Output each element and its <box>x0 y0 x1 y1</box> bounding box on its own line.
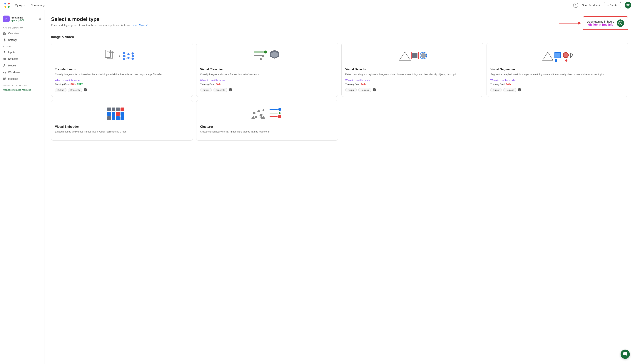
model-card-visual-classifier[interactable]: Visual Classifier Classify images and vi… <box>196 43 338 97</box>
visual-detector-title: Visual Detector <box>345 68 479 71</box>
svg-rect-55 <box>412 53 417 58</box>
modules-icon <box>3 77 6 80</box>
sidebar-item-workflows[interactable]: Workflows <box>0 69 44 76</box>
svg-point-3 <box>8 6 10 8</box>
tag-output: Output <box>55 88 67 92</box>
visual-embedder-desc: Embed images and videos frames into a ve… <box>55 130 189 134</box>
clusterer-title: Clusterer <box>200 125 334 128</box>
svg-rect-17 <box>4 78 5 79</box>
transfer-learn-when-to-use[interactable]: When to use this model <box>55 79 189 82</box>
tag-output: Output <box>200 88 212 92</box>
svg-point-50 <box>260 58 262 60</box>
overview-icon <box>3 32 6 35</box>
app-layout: F finetuning qxsmbiy3a3kv ⇄ App Informat… <box>0 10 635 364</box>
svg-rect-92 <box>278 115 281 118</box>
visual-segmenter-when-to-use[interactable]: When to use this model <box>490 79 624 82</box>
visual-detector-cost: Training Cost: $4/hr <box>345 83 479 86</box>
sidebar-collapse-icon[interactable]: ⇄ <box>39 17 41 21</box>
inputs-label: Inputs <box>8 51 15 54</box>
svg-point-63 <box>563 53 568 57</box>
training-badge-time: 0h 40min free left <box>587 23 614 26</box>
svg-line-37 <box>125 53 127 54</box>
model-card-transfer-learn[interactable]: Transfer Learn Classify images or texts … <box>51 43 193 97</box>
visual-classifier-cost: Training Cost: $4/hr <box>200 83 334 86</box>
sidebar-item-datasets[interactable]: Datasets <box>0 56 44 62</box>
my-apps-link[interactable]: My Apps <box>15 4 26 7</box>
svg-marker-59 <box>543 52 553 60</box>
svg-rect-75 <box>107 116 111 120</box>
community-link[interactable]: Community <box>31 4 45 7</box>
svg-point-1 <box>8 2 10 4</box>
visual-classifier-when-to-use[interactable]: When to use this model <box>200 79 334 82</box>
model-card-visual-detector[interactable]: Visual Detector Detect bounding box regi… <box>341 43 483 97</box>
svg-point-46 <box>264 50 267 54</box>
svg-rect-84 <box>255 116 257 118</box>
training-badge-wrapper: Deep training in hours 0h 40min free lef… <box>583 16 628 30</box>
sidebar-item-overview[interactable]: Overview <box>0 30 44 37</box>
svg-marker-53 <box>399 52 410 60</box>
modules-label: Modules <box>8 77 18 80</box>
sidebar-item-inputs[interactable]: Inputs <box>0 49 44 56</box>
sidebar-app-name: finetuning <box>12 16 37 19</box>
image-video-section-title: Image & Video <box>51 35 628 39</box>
logo[interactable] <box>4 2 10 8</box>
help-icon[interactable]: ? <box>573 2 578 8</box>
model-card-clusterer[interactable]: Clusterer Cluster semantically similar i… <box>196 100 338 141</box>
transfer-learn-tags: Output Concepts ? <box>55 88 189 92</box>
svg-point-32 <box>127 53 130 55</box>
tag-regions: Regions <box>503 88 516 92</box>
visual-classifier-title: Visual Classifier <box>200 68 334 71</box>
manage-installed-link[interactable]: Manage Installed Modules <box>3 88 31 91</box>
sidebar-item-models[interactable]: Models <box>0 62 44 69</box>
visual-detector-desc: Detect bounding box regions in images or… <box>345 72 479 76</box>
svg-rect-19 <box>4 79 5 80</box>
svg-rect-76 <box>112 116 115 120</box>
user-avatar[interactable]: SP <box>625 2 631 8</box>
model-card-visual-embedder[interactable]: Visual Embedder Embed images and videos … <box>51 100 193 141</box>
model-grid-row2: Visual Embedder Embed images and videos … <box>51 100 628 141</box>
svg-rect-4 <box>3 32 5 33</box>
svg-rect-73 <box>116 112 120 116</box>
svg-rect-18 <box>5 78 6 79</box>
workflows-icon <box>3 70 6 74</box>
svg-rect-78 <box>121 116 124 120</box>
transfer-learn-title: Transfer Learn <box>55 68 189 71</box>
tag-help-icon[interactable]: ? <box>229 88 232 92</box>
visual-detector-when-to-use[interactable]: When to use this model <box>345 79 479 82</box>
svg-point-82 <box>263 109 264 111</box>
visual-embedder-title: Visual Embedder <box>55 125 189 128</box>
sidebar-item-modules[interactable]: Modules <box>0 76 44 82</box>
svg-point-15 <box>5 71 6 72</box>
tag-help-icon[interactable]: ? <box>373 88 376 92</box>
svg-marker-90 <box>279 112 281 114</box>
model-card-visual-segmenter[interactable]: Visual Segmenter Segment a per-pixel mas… <box>486 43 628 97</box>
sidebar-user: F finetuning qxsmbiy3a3kv ⇄ <box>0 13 44 24</box>
tag-output: Output <box>490 88 502 92</box>
svg-rect-72 <box>112 112 115 116</box>
sidebar-user-info: finetuning qxsmbiy3a3kv <box>12 16 37 22</box>
svg-rect-68 <box>112 108 115 111</box>
training-badge-text: Deep training in hours 0h 40min free lef… <box>587 20 614 26</box>
training-badge[interactable]: Deep training in hours 0h 40min free lef… <box>583 16 628 30</box>
learn-more-link[interactable]: Learn More ↗ <box>132 24 148 27</box>
sidebar: F finetuning qxsmbiy3a3kv ⇄ App Informat… <box>0 10 45 364</box>
ai-lake-section-label: AI Lake <box>0 43 44 49</box>
svg-line-41 <box>130 54 132 54</box>
top-navigation: My Apps Community ? Send Feedback + Crea… <box>0 0 635 10</box>
visual-segmenter-desc: Segment a per-pixel mask in images where… <box>490 72 624 76</box>
svg-line-39 <box>125 58 127 59</box>
tag-help-icon[interactable]: ? <box>84 88 87 92</box>
tag-help-icon[interactable]: ? <box>518 88 521 92</box>
chat-button[interactable] <box>620 350 630 359</box>
transfer-learn-illustration <box>55 47 189 64</box>
sidebar-item-settings[interactable]: Settings <box>0 37 44 43</box>
svg-line-43 <box>130 56 132 58</box>
svg-point-8 <box>4 40 5 40</box>
svg-rect-9 <box>4 58 6 58</box>
sidebar-app-id[interactable]: qxsmbiy3a3kv <box>12 19 37 22</box>
svg-rect-67 <box>107 108 111 111</box>
create-button[interactable]: + Create <box>604 2 621 8</box>
transfer-learn-cost: Training Cost: $4/hr FREE <box>55 83 189 86</box>
models-label: Models <box>8 64 17 67</box>
send-feedback-link[interactable]: Send Feedback <box>582 4 600 7</box>
